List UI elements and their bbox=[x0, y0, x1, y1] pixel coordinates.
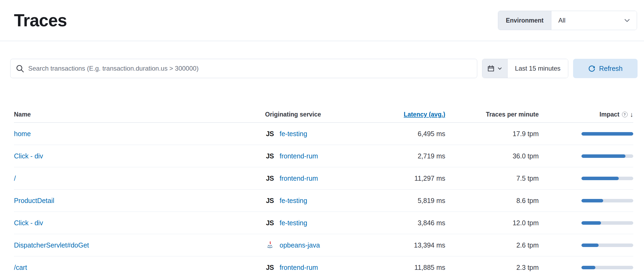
environment-select[interactable]: Environment All bbox=[498, 11, 637, 30]
latency-value: 2,719 ms bbox=[357, 152, 445, 160]
tpm-value: 12.0 tpm bbox=[445, 219, 539, 227]
impact-bar bbox=[581, 266, 633, 269]
impact-bar bbox=[581, 199, 633, 202]
latency-value: 5,819 ms bbox=[357, 197, 445, 205]
column-header-service: Originating service bbox=[265, 111, 357, 118]
table-header: Name Originating service Latency (avg.) … bbox=[14, 107, 633, 123]
service-link[interactable]: frontend-rum bbox=[280, 152, 318, 160]
environment-value: All bbox=[558, 17, 566, 24]
java-icon bbox=[266, 241, 274, 249]
tpm-value: 36.0 tpm bbox=[445, 152, 539, 160]
js-icon: JS bbox=[266, 175, 274, 182]
impact-bar bbox=[581, 154, 633, 158]
tpm-value: 8.6 tpm bbox=[445, 197, 539, 205]
service-link[interactable]: fe-testing bbox=[280, 130, 307, 138]
service-link[interactable]: fe-testing bbox=[280, 219, 307, 227]
table-row: Click - div JS fe-testing 3,846 ms 12.0 … bbox=[14, 212, 633, 234]
impact-bar bbox=[581, 244, 633, 247]
transaction-name-link[interactable]: Click - div bbox=[14, 152, 43, 160]
table-row: DispatcherServlet#doGet opbeans-java 13,… bbox=[14, 234, 633, 256]
js-icon: JS bbox=[266, 152, 274, 160]
transaction-name-link[interactable]: DispatcherServlet#doGet bbox=[14, 241, 89, 249]
impact-bar bbox=[581, 132, 633, 136]
column-header-tpm: Traces per minute bbox=[445, 111, 539, 118]
refresh-button[interactable]: Refresh bbox=[573, 59, 638, 78]
tpm-value: 7.5 tpm bbox=[445, 175, 539, 182]
page-title: Traces bbox=[14, 10, 67, 30]
latency-value: 11,297 ms bbox=[357, 175, 445, 182]
calendar-icon bbox=[487, 65, 495, 72]
datepicker-quick-select[interactable]: Last 15 minutes bbox=[508, 59, 568, 78]
transaction-name-link[interactable]: /cart bbox=[14, 264, 27, 271]
search-input[interactable] bbox=[28, 65, 472, 72]
transaction-name-link[interactable]: home bbox=[14, 130, 31, 137]
page-header: Traces Environment All bbox=[0, 0, 644, 41]
latency-value: 3,846 ms bbox=[357, 219, 445, 227]
refresh-icon bbox=[588, 65, 595, 72]
search-icon bbox=[16, 64, 24, 72]
sort-desc-icon: ↓ bbox=[630, 111, 634, 118]
chevron-down-icon bbox=[623, 17, 631, 24]
transaction-name-link[interactable]: Click - div bbox=[14, 219, 43, 227]
table-row: home JS fe-testing 6,495 ms 17.9 tpm bbox=[14, 123, 633, 145]
environment-label: Environment bbox=[498, 11, 551, 30]
refresh-button-label: Refresh bbox=[599, 65, 623, 72]
table-row: / JS frontend-rum 11,297 ms 7.5 tpm bbox=[14, 167, 633, 190]
table-row: Click - div JS frontend-rum 2,719 ms 36.… bbox=[14, 145, 633, 167]
search-box bbox=[10, 59, 477, 78]
column-header-name: Name bbox=[14, 111, 265, 118]
chevron-down-icon bbox=[497, 66, 502, 71]
service-link[interactable]: frontend-rum bbox=[280, 175, 318, 182]
traces-table: Name Originating service Latency (avg.) … bbox=[14, 107, 633, 276]
datepicker-calendar-button[interactable] bbox=[482, 59, 508, 78]
js-icon: JS bbox=[266, 219, 274, 227]
latency-value: 11,885 ms bbox=[357, 264, 445, 271]
js-icon: JS bbox=[266, 130, 274, 138]
column-header-latency[interactable]: Latency (avg.) bbox=[404, 111, 445, 118]
service-link[interactable]: fe-testing bbox=[280, 197, 307, 205]
transaction-name-link[interactable]: ProductDetail bbox=[14, 197, 54, 204]
date-picker: Last 15 minutes bbox=[482, 59, 568, 78]
latency-value: 13,394 ms bbox=[357, 241, 445, 249]
toolbar: Last 15 minutes Refresh bbox=[10, 59, 638, 78]
js-icon: JS bbox=[266, 264, 274, 271]
service-link[interactable]: opbeans-java bbox=[280, 241, 320, 249]
latency-value: 6,495 ms bbox=[357, 130, 445, 138]
tpm-value: 2.3 tpm bbox=[445, 264, 539, 271]
impact-bar bbox=[581, 221, 633, 225]
js-icon: JS bbox=[266, 197, 274, 205]
transaction-name-link[interactable]: / bbox=[14, 175, 16, 182]
column-header-impact[interactable]: Impact bbox=[599, 111, 619, 118]
table-row: ProductDetail JS fe-testing 5,819 ms 8.6… bbox=[14, 190, 633, 212]
table-row: /cart JS frontend-rum 11,885 ms 2.3 tpm bbox=[14, 256, 633, 276]
tpm-value: 2.6 tpm bbox=[445, 241, 539, 249]
service-link[interactable]: frontend-rum bbox=[280, 264, 318, 271]
help-icon[interactable]: ? bbox=[622, 112, 628, 117]
tpm-value: 17.9 tpm bbox=[445, 130, 539, 138]
impact-bar bbox=[581, 177, 633, 180]
